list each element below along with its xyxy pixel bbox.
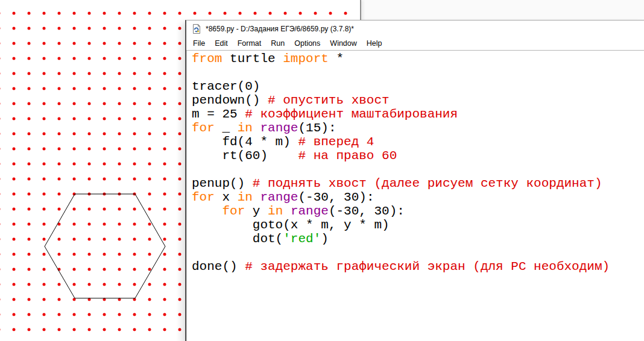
code-line xyxy=(192,246,644,260)
code-line: penup() # поднять хвост (далее рисуем се… xyxy=(192,177,644,190)
code-line: pendown() # опустить хвост xyxy=(192,93,644,107)
menu-edit[interactable]: Edit xyxy=(210,37,233,50)
idle-file-icon xyxy=(192,24,201,34)
menu-file[interactable]: File xyxy=(188,37,210,50)
code-line: goto(x * m, y * m) xyxy=(192,218,644,232)
code-editor[interactable]: from turtle import *tracer(0)pendown() #… xyxy=(186,51,644,341)
code-line: from turtle import * xyxy=(192,52,644,66)
code-line: for y in range(-30, 30): xyxy=(192,204,644,218)
menu-bar: FileEditFormatRunOptionsWindowHelp xyxy=(186,37,644,51)
menu-help[interactable]: Help xyxy=(362,37,387,50)
code-line: done() # задержать графический экран (дл… xyxy=(192,260,644,274)
code-line: for x in range(-30, 30): xyxy=(192,190,644,204)
code-line: rt(60) # на право 60 xyxy=(192,149,644,163)
menu-window[interactable]: Window xyxy=(325,37,361,50)
code-line: dot('red') xyxy=(192,232,644,246)
menu-options[interactable]: Options xyxy=(289,37,325,50)
code-line: for _ in range(15): xyxy=(192,121,644,135)
code-line: tracer(0) xyxy=(192,80,644,93)
menu-format[interactable]: Format xyxy=(233,37,267,50)
code-line xyxy=(192,66,644,80)
window-title: *8659.py - D:/Задания ЕГЭ/6/8659.py (3.7… xyxy=(206,25,354,33)
code-line: m = 25 # коэффициент маштабирования xyxy=(192,107,644,121)
title-bar[interactable]: *8659.py - D:/Задания ЕГЭ/6/8659.py (3.7… xyxy=(186,20,644,37)
code-line: fd(4 * m) # вперед 4 xyxy=(192,135,644,149)
idle-editor-window: *8659.py - D:/Задания ЕГЭ/6/8659.py (3.7… xyxy=(185,20,644,341)
code-line xyxy=(192,163,644,177)
desktop: *8659.py - D:/Задания ЕГЭ/6/8659.py (3.7… xyxy=(0,0,644,341)
menu-run[interactable]: Run xyxy=(266,37,289,50)
